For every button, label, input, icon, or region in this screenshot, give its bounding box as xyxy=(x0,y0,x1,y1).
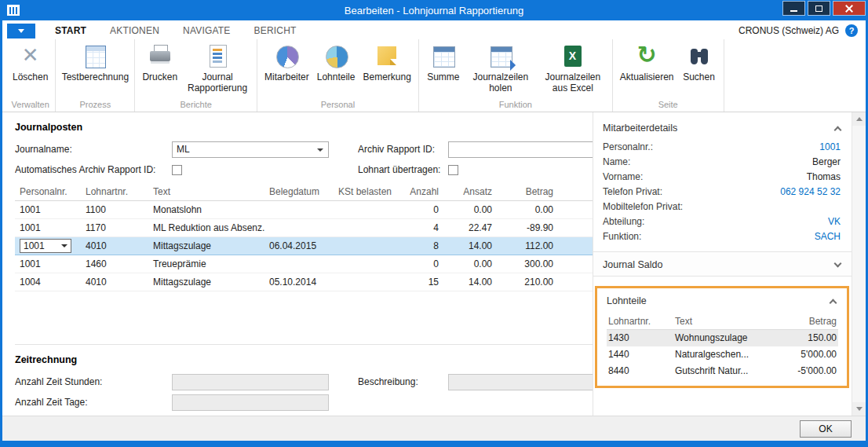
table-cell[interactable]: -89.90 xyxy=(497,219,558,237)
table-cell[interactable]: 22.47 xyxy=(443,219,497,237)
column-header-ansatz[interactable]: Ansatz xyxy=(443,183,497,201)
column-header-personalnr[interactable]: Personalnr. xyxy=(15,183,81,201)
column-header-anzahl[interactable]: Anzahl xyxy=(399,183,443,201)
table-cell[interactable]: 4010 xyxy=(81,273,148,291)
lohnteile-cell[interactable]: 8440 xyxy=(607,363,673,379)
table-cell[interactable]: 4010 xyxy=(81,237,148,255)
journalname-combobox[interactable]: ML xyxy=(172,141,329,158)
factbox-mitarbeiterdetails-header[interactable]: Mitarbeiterdetails xyxy=(593,115,852,139)
table-cell[interactable] xyxy=(334,201,399,219)
table-cell[interactable] xyxy=(334,237,399,255)
vertical-scrollbar[interactable] xyxy=(852,112,866,416)
close-button[interactable] xyxy=(833,1,866,16)
table-cell[interactable]: Treueprämie xyxy=(148,255,264,273)
table-cell[interactable]: 05.10.2014 xyxy=(264,273,334,291)
ribbon-button-journalzeilen-aus-excel[interactable]: Journalzeilen aus Excel xyxy=(537,41,609,94)
lohnteile-column-betrag[interactable]: Betrag xyxy=(779,313,838,330)
ribbon-button-testberechnung[interactable]: Testberechnung xyxy=(59,41,131,83)
ribbon-button-summe[interactable]: Summe xyxy=(422,41,465,83)
table-cell[interactable] xyxy=(264,255,334,273)
table-cell[interactable] xyxy=(334,219,399,237)
table-cell[interactable]: 4 xyxy=(399,219,443,237)
scroll-down-button[interactable] xyxy=(852,402,866,416)
table-cell[interactable]: Mittagszulage xyxy=(148,273,264,291)
table-cell[interactable]: 15 xyxy=(399,273,443,291)
ribbon-button-l-schen[interactable]: Löschen xyxy=(9,41,52,83)
table-cell[interactable]: 1170 xyxy=(81,219,148,237)
tab-bericht[interactable]: BERICHT xyxy=(243,23,308,38)
table-cell[interactable]: Mittagszulage xyxy=(148,237,264,255)
lohnteile-cell[interactable]: Naturalgeschen... xyxy=(673,346,779,363)
table-cell[interactable]: 1004 xyxy=(15,273,81,291)
table-cell[interactable] xyxy=(334,255,399,273)
auto-archiv-checkbox[interactable] xyxy=(172,165,182,175)
table-cell[interactable] xyxy=(264,201,334,219)
lohnteile-cell[interactable]: 1440 xyxy=(607,346,673,363)
lohnteile-cell[interactable]: -5'000.00 xyxy=(779,363,838,379)
ok-button[interactable]: OK xyxy=(800,420,852,438)
table-cell[interactable]: Monatslohn xyxy=(148,201,264,219)
lohnteile-column-lohnartnr[interactable]: Lohnartnr. xyxy=(607,313,673,330)
table-cell[interactable]: 1460 xyxy=(81,255,148,273)
table-cell[interactable]: 14.00 xyxy=(443,237,497,255)
table-cell[interactable]: 06.04.2015 xyxy=(264,237,334,255)
column-header-kst-belasten[interactable]: KSt belasten xyxy=(334,183,399,201)
table-row[interactable]: 10014010Mittagszulage06.04.2015814.00112… xyxy=(15,237,593,255)
lohnteile-cell[interactable]: 5'000.00 xyxy=(779,346,838,363)
scroll-up-button[interactable] xyxy=(852,112,866,126)
column-header-lohnartnr[interactable]: Lohnartnr. xyxy=(81,183,148,201)
table-cell[interactable]: 1001 xyxy=(15,255,81,273)
table-cell[interactable]: 1001 xyxy=(15,219,81,237)
column-header-text[interactable]: Text xyxy=(148,183,264,201)
ribbon-button-journal-rapportierung[interactable]: Journal Rapportierung xyxy=(181,41,253,94)
ribbon-button-suchen[interactable]: Suchen xyxy=(678,41,720,83)
table-cell[interactable]: 1100 xyxy=(81,201,148,219)
table-cell[interactable] xyxy=(264,219,334,237)
tab-navigate[interactable]: NAVIGATE xyxy=(171,23,243,38)
table-row[interactable]: 10011460Treueprämie00.00300.00 xyxy=(15,255,593,273)
table-cell[interactable]: 14.00 xyxy=(443,273,497,291)
table-cell[interactable]: ML Reduktion aus Absenz... xyxy=(148,219,264,237)
lohnteile-cell[interactable]: Gutschrift Natur... xyxy=(673,363,779,379)
factbox-journal-saldo-header[interactable]: Journal Saldo xyxy=(593,251,852,277)
lohnteile-cell[interactable]: 150.00 xyxy=(779,330,838,346)
ribbon-button-lohnteile[interactable]: Lohnteile xyxy=(313,41,359,83)
factbox-field-value[interactable]: 062 924 52 32 xyxy=(780,186,841,197)
table-cell[interactable]: 300.00 xyxy=(497,255,558,273)
ribbon-dropdown-button[interactable] xyxy=(7,24,35,38)
ribbon-button-drucken[interactable]: Drucken xyxy=(138,41,181,83)
tab-aktionen[interactable]: AKTIONEN xyxy=(98,23,171,38)
tab-start[interactable]: START xyxy=(43,23,98,38)
table-row[interactable]: 10044010Mittagszulage05.10.20141514.0021… xyxy=(15,273,593,291)
ribbon-button-mitarbeiter[interactable]: Mitarbeiter xyxy=(261,41,313,83)
factbox-lohnteile-header[interactable]: Lohnteile xyxy=(597,288,847,312)
lohnteile-row[interactable]: 1430Wohnungszulage150.00 xyxy=(607,330,838,346)
lohnart-uebertragen-checkbox[interactable] xyxy=(448,165,458,175)
column-header-betrag[interactable]: Betrag xyxy=(497,183,558,201)
ribbon-button-bemerkung[interactable]: Bemerkung xyxy=(359,41,414,83)
table-cell[interactable]: 0.00 xyxy=(443,255,497,273)
lohnteile-cell[interactable]: Wohnungszulage xyxy=(673,330,779,346)
lohnteile-cell[interactable]: 1430 xyxy=(607,330,673,346)
lohnteile-row[interactable]: 1440Naturalgeschen...5'000.00 xyxy=(607,346,838,363)
ribbon-button-journalzeilen-holen[interactable]: Journalzeilen holen xyxy=(465,41,537,94)
table-cell[interactable]: 0 xyxy=(399,255,443,273)
help-icon[interactable]: ? xyxy=(845,24,858,37)
lohnteile-column-text[interactable]: Text xyxy=(673,313,779,330)
maximize-button[interactable] xyxy=(808,1,830,16)
personalnr-cell-editor[interactable]: 1001 xyxy=(20,239,71,253)
column-header-belegdatum[interactable]: Belegdatum xyxy=(264,183,334,201)
table-row[interactable]: 10011170ML Reduktion aus Absenz...422.47… xyxy=(15,219,593,237)
factbox-field-value[interactable]: VK xyxy=(828,216,841,227)
table-cell[interactable]: 1001 xyxy=(15,237,81,255)
factbox-field-value[interactable]: SACH xyxy=(815,231,841,242)
table-cell[interactable]: 210.00 xyxy=(497,273,558,291)
factbox-field-value[interactable]: 1001 xyxy=(819,141,841,152)
lohnteile-row[interactable]: 8440Gutschrift Natur...-5'000.00 xyxy=(607,363,838,379)
table-cell[interactable] xyxy=(334,273,399,291)
table-row[interactable]: 10011100Monatslohn00.000.00 xyxy=(15,201,593,219)
table-cell[interactable]: 0 xyxy=(399,201,443,219)
table-cell[interactable]: 112.00 xyxy=(497,237,558,255)
table-cell[interactable]: 1001 xyxy=(15,201,81,219)
archiv-rapport-id-input[interactable] xyxy=(448,141,593,158)
